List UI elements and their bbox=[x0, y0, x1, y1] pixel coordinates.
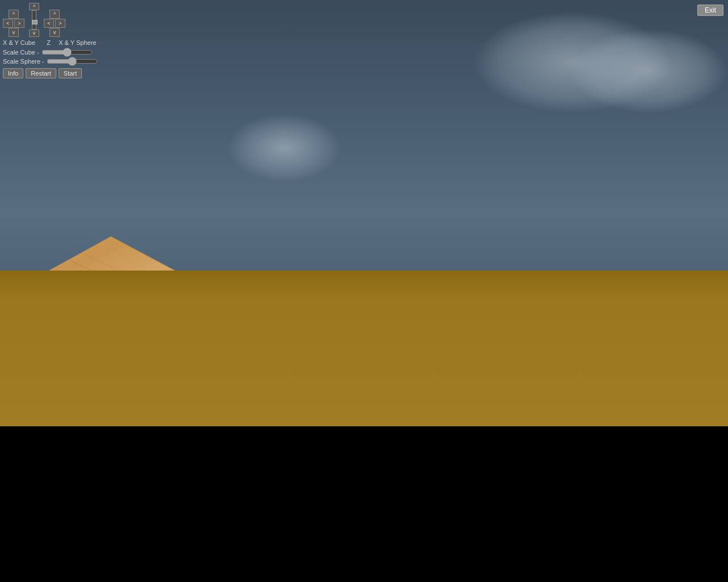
controls-labels-row: X & Y Cube Z X & Y Sphere bbox=[3, 39, 98, 46]
restart-button[interactable]: Restart bbox=[26, 68, 56, 78]
info-button[interactable]: Info bbox=[3, 68, 23, 78]
scale-sphere-label: Scale Sphere - bbox=[3, 58, 44, 65]
arrow-groups-row: ^ < > v ^ v ^ < > bbox=[3, 3, 98, 37]
cube-down-button[interactable]: v bbox=[9, 28, 19, 37]
cloud-3 bbox=[228, 114, 341, 182]
sphere-right-button[interactable]: > bbox=[55, 19, 65, 28]
action-buttons-row: Info Restart Start bbox=[3, 68, 98, 78]
scale-cube-label: Scale Cube - bbox=[3, 49, 39, 56]
controls-panel: ^ < > v ^ v ^ < > bbox=[0, 0, 101, 81]
z-thumb bbox=[32, 20, 38, 24]
z-track bbox=[32, 10, 36, 29]
sphere-xy-label: X & Y Sphere bbox=[59, 39, 96, 46]
cloud-2 bbox=[569, 28, 728, 114]
sphere-left-button[interactable]: < bbox=[44, 19, 54, 28]
cube-right-button[interactable]: > bbox=[14, 19, 24, 28]
cube-left-button[interactable]: < bbox=[3, 19, 13, 28]
cube-xy-label: X & Y Cube bbox=[3, 39, 35, 46]
3d-scene: ^ < > v ^ v ^ < > bbox=[0, 0, 728, 426]
cube-up-button[interactable]: ^ bbox=[9, 10, 19, 19]
sphere-xy-group: ^ < > v bbox=[44, 10, 65, 37]
scale-sphere-slider[interactable] bbox=[47, 58, 98, 65]
cube-xy-group: ^ < > v bbox=[3, 10, 24, 37]
sphere-down-button[interactable]: v bbox=[49, 28, 60, 37]
scale-sphere-row: Scale Sphere - bbox=[3, 58, 98, 65]
z-up-button[interactable]: ^ bbox=[29, 3, 39, 10]
scale-cube-slider[interactable] bbox=[42, 49, 93, 56]
ground bbox=[0, 271, 728, 426]
exit-button[interactable]: Exit bbox=[697, 5, 723, 16]
z-slider-container: ^ v bbox=[29, 3, 39, 37]
start-button[interactable]: Start bbox=[59, 68, 82, 78]
z-label: Z bbox=[47, 39, 51, 46]
z-down-button[interactable]: v bbox=[29, 30, 39, 37]
scale-cube-row: Scale Cube - bbox=[3, 49, 98, 56]
sphere-up-button[interactable]: ^ bbox=[49, 10, 60, 19]
